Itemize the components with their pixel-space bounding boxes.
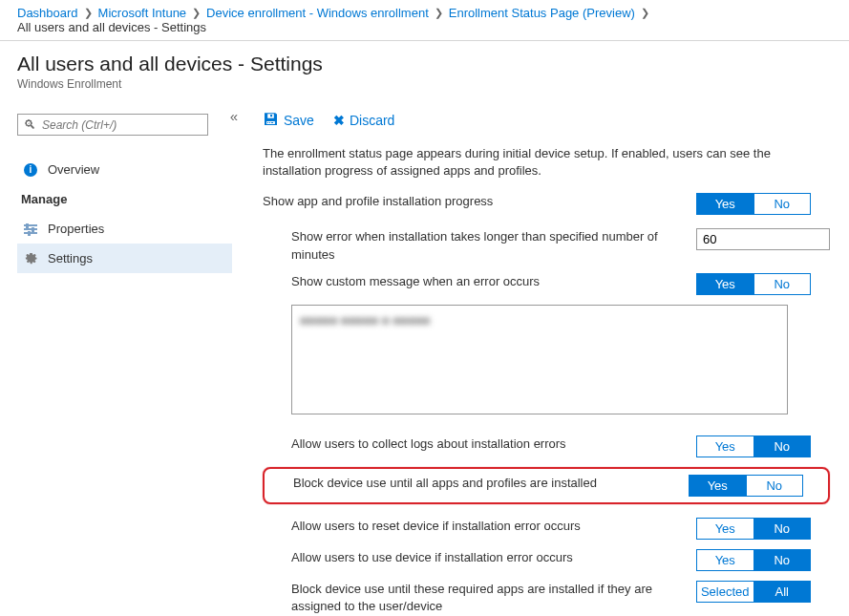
- toggle-yes[interactable]: Yes: [696, 549, 754, 571]
- breadcrumb-dashboard[interactable]: Dashboard: [17, 6, 78, 20]
- toggle-no[interactable]: No: [754, 518, 812, 540]
- sidebar: « 🔍︎ i Overview Manage Properties Settin…: [0, 108, 244, 616]
- toggle-no[interactable]: No: [754, 549, 812, 571]
- setting-label: Allow users to use device if installatio…: [291, 549, 696, 566]
- info-icon: i: [23, 163, 38, 177]
- toggle-yes[interactable]: Yes: [696, 273, 754, 295]
- save-label: Save: [284, 113, 314, 128]
- setting-allow-reset: Allow users to reset device if installat…: [263, 518, 830, 540]
- discard-label: Discard: [350, 113, 394, 128]
- toggle-collect-logs[interactable]: Yes No: [696, 435, 811, 457]
- toggle-all[interactable]: All: [754, 581, 812, 603]
- setting-label: Show app and profile installation progre…: [263, 193, 696, 210]
- setting-block-required-apps: Block device use until these required ap…: [263, 581, 830, 615]
- page-title: All users and all devices - Settings: [17, 53, 832, 75]
- sidebar-section-manage: Manage: [21, 192, 232, 206]
- discard-button[interactable]: ✖ Discard: [333, 113, 394, 128]
- page-subtitle: Windows Enrollment: [17, 77, 832, 91]
- timeout-input[interactable]: [696, 228, 830, 250]
- sliders-icon: [23, 223, 38, 236]
- chevron-right-icon: ❯: [84, 7, 93, 19]
- toggle-selected[interactable]: Selected: [696, 581, 754, 603]
- setting-collect-logs: Allow users to collect logs about instal…: [263, 435, 830, 457]
- search-field[interactable]: [42, 118, 202, 132]
- setting-label: Block device use until these required ap…: [291, 581, 696, 615]
- toggle-show-progress[interactable]: Yes No: [696, 193, 811, 215]
- toggle-yes[interactable]: Yes: [696, 193, 754, 215]
- chevron-right-icon: ❯: [435, 7, 443, 19]
- setting-label: Show error when installation takes longe…: [291, 228, 696, 263]
- sidebar-item-settings[interactable]: Settings: [17, 244, 232, 273]
- toggle-yes[interactable]: Yes: [696, 435, 754, 457]
- main-content: 💾︎ Save ✖ Discard The enrollment status …: [244, 108, 849, 616]
- redacted-text: ■■■■■ ■■■■■ ■ ■■■■■: [300, 313, 430, 328]
- save-icon: 💾︎: [263, 112, 279, 128]
- setting-timeout: Show error when installation takes longe…: [263, 228, 830, 263]
- toggle-yes[interactable]: Yes: [696, 518, 754, 540]
- toggle-no[interactable]: No: [754, 193, 812, 215]
- close-icon: ✖: [333, 113, 345, 128]
- sidebar-item-properties[interactable]: Properties: [17, 214, 232, 244]
- gear-icon: [23, 251, 38, 266]
- chevron-right-icon: ❯: [192, 7, 201, 19]
- setting-custom-message: Show custom message when an error occurs…: [263, 273, 830, 295]
- toggle-no[interactable]: No: [754, 435, 812, 457]
- setting-label: Allow users to collect logs about instal…: [291, 435, 696, 453]
- collapse-sidebar-button[interactable]: «: [230, 108, 238, 124]
- highlighted-setting: Block device use until all apps and prof…: [263, 467, 830, 504]
- breadcrumb-current: All users and all devices - Settings: [17, 20, 206, 34]
- setting-label: Block device use until all apps and prof…: [293, 475, 689, 492]
- breadcrumb-intune[interactable]: Microsoft Intune: [98, 6, 187, 20]
- breadcrumb-esp[interactable]: Enrollment Status Page (Preview): [449, 6, 635, 20]
- sidebar-item-label: Overview: [48, 162, 99, 177]
- setting-show-progress: Show app and profile installation progre…: [263, 193, 830, 215]
- toggle-no[interactable]: No: [747, 475, 804, 497]
- toggle-no[interactable]: No: [754, 273, 812, 295]
- chevron-right-icon: ❯: [641, 7, 649, 19]
- toggle-allow-reset[interactable]: Yes No: [696, 518, 811, 540]
- toggle-block-device[interactable]: Yes No: [689, 475, 803, 497]
- search-icon: 🔍︎: [24, 117, 36, 132]
- setting-block-device: Block device use until all apps and prof…: [293, 475, 822, 497]
- setting-label: Allow users to reset device if installat…: [291, 518, 696, 535]
- save-button[interactable]: 💾︎ Save: [263, 112, 314, 128]
- description-text: The enrollment status page appears durin…: [263, 145, 830, 180]
- sidebar-item-label: Properties: [48, 222, 104, 236]
- toolbar: 💾︎ Save ✖ Discard: [263, 108, 830, 145]
- sidebar-item-label: Settings: [48, 251, 93, 266]
- setting-label: Show custom message when an error occurs: [291, 273, 696, 290]
- breadcrumb-device-enrollment[interactable]: Device enrollment - Windows enrollment: [206, 6, 429, 20]
- toggle-yes[interactable]: Yes: [689, 475, 747, 497]
- toggle-allow-use[interactable]: Yes No: [696, 549, 811, 571]
- sidebar-item-overview[interactable]: i Overview: [17, 155, 232, 184]
- breadcrumb: Dashboard ❯ Microsoft Intune ❯ Device en…: [0, 0, 849, 40]
- custom-message-textarea[interactable]: ■■■■■ ■■■■■ ■ ■■■■■: [291, 305, 788, 414]
- toggle-custom-message[interactable]: Yes No: [696, 273, 811, 295]
- setting-allow-use: Allow users to use device if installatio…: [263, 549, 830, 571]
- search-input[interactable]: 🔍︎: [17, 114, 208, 136]
- toggle-block-required-apps[interactable]: Selected All: [696, 581, 811, 603]
